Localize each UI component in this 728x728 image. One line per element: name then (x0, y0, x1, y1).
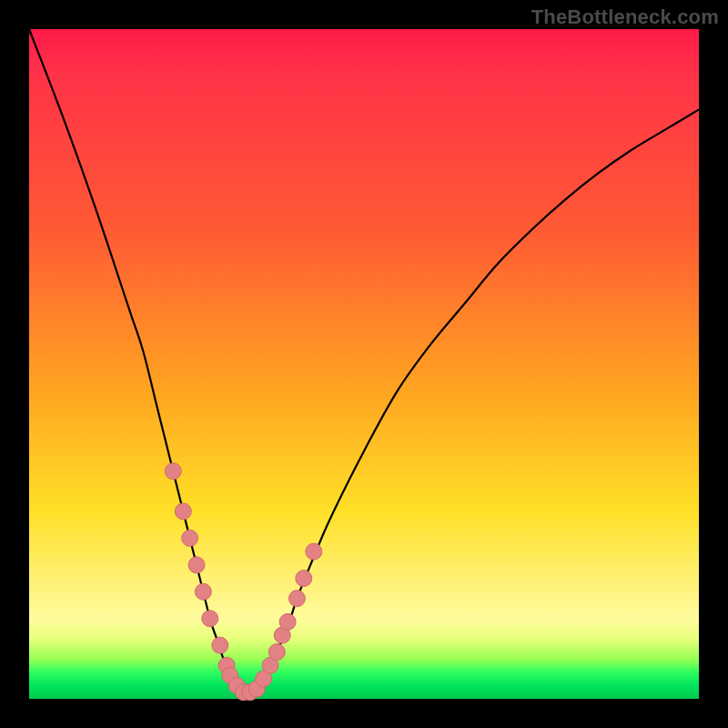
plot-area (29, 29, 699, 699)
data-marker (195, 583, 211, 600)
data-marker (182, 530, 198, 546)
data-marker (188, 557, 205, 573)
marker-group (165, 463, 322, 701)
data-marker (165, 463, 181, 480)
data-marker (288, 591, 305, 607)
watermark: TheBottleneck.com (531, 5, 719, 29)
data-marker (279, 613, 296, 630)
data-marker (212, 637, 228, 653)
curve-layer (29, 29, 699, 699)
bottleneck-curve (29, 29, 699, 693)
data-marker (296, 571, 312, 587)
data-marker (306, 543, 322, 560)
data-marker (268, 643, 285, 660)
data-marker (175, 503, 191, 520)
data-marker (202, 611, 218, 627)
chart-stage: TheBottleneck.com (0, 0, 728, 728)
